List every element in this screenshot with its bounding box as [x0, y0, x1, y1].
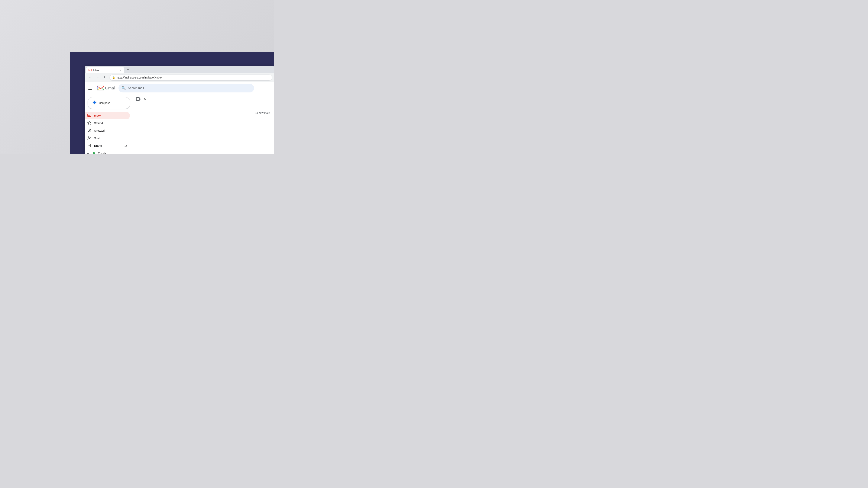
hamburger-menu-button[interactable]	[86, 84, 94, 92]
sent-label: Sent	[94, 137, 100, 140]
star-icon	[87, 121, 91, 126]
compose-button[interactable]: Compose	[88, 97, 130, 109]
starred-label: Starred	[94, 122, 103, 125]
draft-icon	[87, 143, 91, 148]
lock-icon: 🔒	[112, 76, 115, 79]
sidebar-item-inbox[interactable]: Inbox	[85, 112, 130, 119]
svg-marker-7	[88, 121, 91, 125]
gmail-body: Compose Inbox	[85, 94, 274, 154]
svg-line-10	[89, 130, 90, 131]
main-content: ▾ ↻ ⋮ No new mail!	[133, 94, 274, 154]
gmail-text-label: Gmail	[105, 86, 116, 91]
tab-bar: M Inbox × +	[85, 66, 274, 73]
inbox-icon	[87, 113, 91, 118]
refresh-icon: ↻	[144, 97, 146, 101]
clients-label: Clients	[98, 152, 106, 154]
compose-label: Compose	[99, 101, 110, 104]
more-icon: ⋮	[151, 97, 154, 101]
sidebar-item-clients[interactable]: ▶ Clients	[85, 150, 130, 154]
sidebar-item-drafts[interactable]: Drafts 15	[85, 142, 130, 150]
browser-content: Gmail 🔍 Search mail	[85, 82, 274, 154]
sidebar-item-sent[interactable]: Sent	[85, 134, 130, 142]
url-text: https://mail.google.com/mail/u/0/#inbox	[117, 76, 270, 79]
search-bar[interactable]: 🔍 Search mail	[119, 84, 254, 92]
clock-icon	[87, 128, 91, 133]
tab-title: Inbox	[93, 69, 117, 71]
tab-favicon: M	[89, 68, 92, 71]
back-button[interactable]: ←	[87, 74, 93, 80]
active-tab[interactable]: M Inbox ×	[86, 67, 124, 73]
hamburger-icon	[88, 87, 92, 90]
compose-plus-icon	[92, 100, 97, 106]
search-placeholder-text: Search mail	[128, 87, 144, 90]
reload-button[interactable]: ↻	[102, 74, 108, 80]
send-icon	[87, 136, 91, 141]
gmail-logo: Gmail	[95, 86, 117, 91]
snoozed-label: Snoozed	[94, 129, 104, 132]
gmail-sidebar: Compose Inbox	[85, 94, 133, 154]
email-toolbar: ▾ ↻ ⋮	[133, 94, 274, 104]
address-bar[interactable]: 🔒 https://mail.google.com/mail/u/0/#inbo…	[110, 74, 272, 80]
browser-window: M Inbox × + ← → ↻ 🔒 https://mail.google.…	[85, 66, 274, 154]
sidebar-item-snoozed[interactable]: Snoozed	[85, 127, 130, 134]
sidebar-item-starred[interactable]: Starred	[85, 119, 130, 127]
gmail-header: Gmail 🔍 Search mail	[85, 82, 274, 94]
forward-button[interactable]: →	[95, 74, 101, 80]
new-tab-button[interactable]: +	[125, 67, 131, 72]
select-all-checkbox-area[interactable]: ▾	[136, 97, 141, 101]
checkbox-dropdown-arrow[interactable]: ▾	[140, 98, 141, 100]
more-options-button[interactable]: ⋮	[149, 96, 156, 102]
email-list-area: No new mail!	[133, 104, 274, 154]
clients-label-dot	[93, 152, 95, 154]
drafts-label: Drafts	[94, 144, 102, 147]
no-new-mail-text: No new mail!	[254, 111, 270, 115]
tab-close-button[interactable]: ×	[119, 68, 122, 71]
gmail-app: Gmail 🔍 Search mail	[85, 82, 274, 154]
gmail-m-icon	[97, 86, 104, 91]
svg-text:M: M	[89, 69, 90, 71]
refresh-button[interactable]: ↻	[142, 96, 149, 102]
drafts-badge: 15	[125, 144, 127, 147]
search-icon: 🔍	[122, 86, 126, 90]
browser-toolbar: ← → ↻ 🔒 https://mail.google.com/mail/u/0…	[85, 73, 274, 82]
select-all-checkbox[interactable]	[136, 97, 140, 101]
inbox-label: Inbox	[94, 114, 101, 117]
expand-arrow-icon: ▶	[87, 152, 89, 154]
